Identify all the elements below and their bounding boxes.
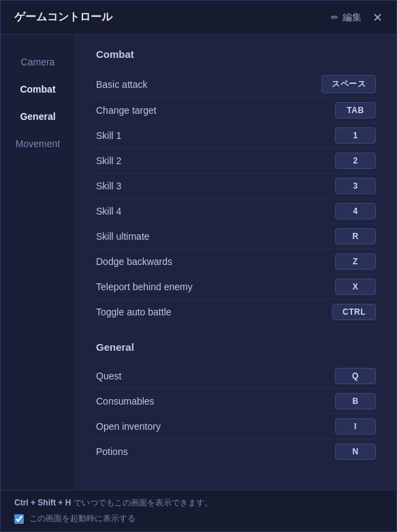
keybind-label: Skill ultimate [96, 231, 150, 242]
startup-checkbox[interactable] [14, 514, 24, 524]
key-badge: Z [335, 253, 376, 270]
keybind-skill-ultimate: Skill ultimate R [96, 224, 376, 249]
combat-section-title: Combat [96, 48, 376, 60]
keybind-label: Dodge backwards [96, 256, 172, 267]
key-badge: Q [335, 368, 376, 384]
footer-hint: Ctrl + Shift + H でいつでもこの画面を表示できます。 [14, 497, 383, 509]
keybind-skill2: Skill 2 2 [96, 148, 376, 174]
keybind-skill1: Skill 1 1 [96, 123, 376, 148]
key-badge: B [335, 393, 376, 409]
modal-container: ゲームコントロール ✏ 編集 ✕ Camera Combat General M… [0, 0, 397, 532]
keybind-label: Quest [96, 371, 121, 381]
close-button[interactable]: ✕ [372, 12, 383, 24]
sidebar-item-general[interactable]: General [1, 103, 75, 130]
keybind-toggle-auto-battle: Toggle auto battle CTRL [96, 300, 376, 325]
edit-label: 編集 [343, 12, 362, 24]
keybind-teleport: Teleport behind enemy X [96, 275, 376, 300]
sidebar-item-combat[interactable]: Combat [1, 76, 75, 103]
general-section-title: General [96, 341, 376, 353]
keybind-basic-attack: Basic attack スペース [96, 71, 376, 98]
key-badge: N [335, 443, 376, 460]
section-gap [96, 325, 376, 341]
keybind-label: Skill 3 [96, 181, 121, 191]
sidebar-item-movement[interactable]: Movement [1, 130, 75, 157]
keybind-consumables: Consumables B [96, 389, 376, 414]
keybind-label: Toggle auto battle [96, 307, 172, 317]
pencil-icon: ✏ [331, 12, 338, 22]
keybind-skill4: Skill 4 4 [96, 199, 376, 224]
keybind-label: Basic attack [96, 79, 147, 90]
keybind-open-inventory: Open inventory I [96, 414, 376, 439]
header-actions: ✏ 編集 ✕ [331, 12, 383, 24]
main-content: Combat Basic attack スペース Change target T… [76, 35, 396, 490]
key-badge: I [335, 418, 376, 435]
keybind-label: Consumables [96, 396, 155, 407]
keybind-label: Open inventory [96, 421, 161, 432]
key-badge: CTRL [332, 304, 376, 320]
footer-checkbox-row: この画面を起動時に表示する [14, 513, 383, 525]
keybind-potions: Potions N [96, 439, 376, 464]
footer-hint-suffix: でいつでもこの画面を表示できます。 [71, 498, 212, 507]
footer-checkbox-label: この画面を起動時に表示する [29, 513, 136, 525]
sidebar-item-camera[interactable]: Camera [1, 48, 75, 76]
keybind-skill3: Skill 3 3 [96, 174, 376, 199]
keybind-dodge-backwards: Dodge backwards Z [96, 249, 376, 275]
modal-header: ゲームコントロール ✏ 編集 ✕ [1, 1, 396, 35]
keybind-quest: Quest Q [96, 364, 376, 389]
key-badge: R [335, 228, 376, 245]
key-badge: 2 [335, 153, 376, 169]
key-badge: X [335, 279, 376, 295]
key-badge: 1 [335, 127, 376, 144]
modal-body: Camera Combat General Movement Combat Ba… [1, 35, 396, 490]
keybind-label: Skill 2 [96, 155, 121, 166]
keybind-label: Teleport behind enemy [96, 281, 193, 292]
modal-footer: Ctrl + Shift + H でいつでもこの画面を表示できます。 この画面を… [1, 490, 396, 531]
key-combo: Ctrl + Shift + H [14, 498, 71, 507]
keybind-label: Skill 1 [96, 130, 121, 141]
modal-title: ゲームコントロール [14, 10, 112, 25]
keybind-label: Skill 4 [96, 206, 121, 217]
edit-button[interactable]: ✏ 編集 [331, 12, 362, 24]
keybind-label: Change target [96, 105, 157, 116]
key-badge: TAB [335, 102, 376, 119]
keybind-change-target: Change target TAB [96, 98, 376, 123]
key-badge: 3 [335, 178, 376, 194]
key-badge: スペース [321, 75, 376, 93]
keybind-label: Potions [96, 446, 128, 457]
key-badge: 4 [335, 203, 376, 219]
sidebar: Camera Combat General Movement [1, 35, 76, 490]
